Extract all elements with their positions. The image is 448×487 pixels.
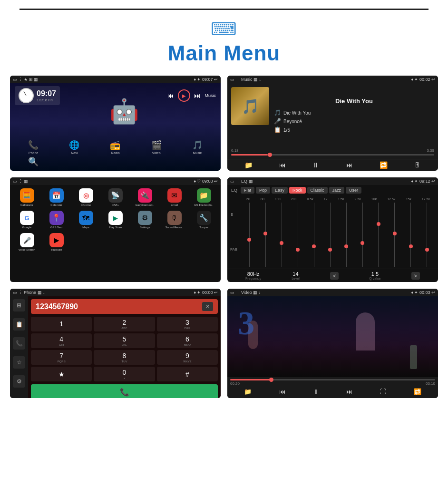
eq-tab-easy[interactable]: Easy <box>272 187 288 194</box>
video-prev-icon[interactable]: ⏮ <box>279 388 285 395</box>
app-soundrecorder[interactable]: 🎙 Sound Recor.. <box>160 209 188 230</box>
keypad-tab[interactable]: ⊞ <box>13 299 25 312</box>
key-9[interactable]: 9WXYZ <box>157 350 218 365</box>
screen-eq[interactable]: ▭ ⋮ EQ ▦ ♦ ✦ 09:12 ↩ EQ Flat Pop Easy Ro… <box>227 177 438 282</box>
video-pause-icon[interactable]: ⏸ <box>313 388 319 395</box>
eq-slider-4[interactable] <box>296 203 300 267</box>
video-bottom-bar: 00:20 03:10 📁 ⏮ ⏸ ⏭ ⛶ 🔁 <box>227 377 438 398</box>
eq-tab-pop[interactable]: Pop <box>256 187 270 194</box>
repeat-icon[interactable]: 🔁 <box>380 161 388 169</box>
eq-tab-jazz[interactable]: Jazz <box>329 187 345 194</box>
prev-track-icon[interactable]: ⏮ <box>279 161 286 169</box>
statusbar-music: ▭ ⋮ Music ▦ ↓ ♦ ✦ 00:02 ↩ <box>227 76 438 83</box>
favorites-tab[interactable]: ☆ <box>13 356 25 369</box>
app-gpstest[interactable]: 📍 GPS Test <box>42 209 70 230</box>
music-controls-bottom[interactable]: 📁 ⏮ ⏸ ⏭ 🔁 🎚 <box>227 159 438 171</box>
eq-slider-5[interactable] <box>312 203 316 267</box>
music-player-controls[interactable]: ⏮ ▶ ⏭ Music <box>167 89 216 102</box>
app-youtube[interactable]: ▶ YouTube <box>42 232 70 253</box>
video-fullscreen-icon[interactable]: ⛶ <box>380 388 386 395</box>
app-dab[interactable]: 📡 DAB+ <box>101 187 129 208</box>
key-4[interactable]: 4GHI <box>31 333 92 348</box>
key-1[interactable]: 1 <box>31 317 92 331</box>
app-torque[interactable]: 🔧 Torque <box>190 209 218 230</box>
key-5[interactable]: 5JKL <box>94 333 155 348</box>
eq-nav-right[interactable]: > <box>411 272 420 280</box>
key-8[interactable]: 8TUV <box>94 350 155 365</box>
search-icon: 🔍 <box>28 156 39 167</box>
key-0[interactable]: 0+ <box>94 367 155 381</box>
eq-tab-rock[interactable]: Rock <box>289 187 306 194</box>
recent-calls-tab[interactable]: 📞 <box>13 337 25 350</box>
eq-slider-1[interactable] <box>247 203 251 267</box>
music-progress[interactable]: 0:18 3:39 <box>227 147 438 159</box>
app-calendar[interactable]: 📅 Calendar <box>42 187 70 208</box>
key-star[interactable]: ★ <box>31 367 92 381</box>
video-progress-bar[interactable] <box>230 379 435 380</box>
video-controls[interactable]: 📁 ⏮ ⏸ ⏭ ⛶ 🔁 <box>230 387 435 396</box>
pause-icon[interactable]: ⏸ <box>312 161 319 169</box>
home-icon-search[interactable]: 🔍 <box>14 156 53 168</box>
screen-music[interactable]: ▭ ⋮ Music ▦ ↓ ♦ ✦ 00:02 ↩ 🎵 Die With You… <box>227 76 438 171</box>
folder-icon[interactable]: 📁 <box>244 161 253 169</box>
play-button[interactable]: ▶ <box>178 89 190 102</box>
screen-apps[interactable]: ▭ ⋮ ▦ ♦ ♡ 09:08 ↩ 🧮 Calculator 📅 Calenda… <box>10 177 221 282</box>
next-icon[interactable]: ⏭ <box>194 92 201 99</box>
next-track-icon[interactable]: ⏭ <box>346 161 353 169</box>
app-maps[interactable]: 🗺 Maps <box>72 209 100 230</box>
home-icon-music[interactable]: 🎵 Music <box>178 140 217 155</box>
app-voicesearch[interactable]: 🎤 Voice Search <box>13 232 41 253</box>
contacts-tab[interactable]: 📋 <box>13 318 25 331</box>
equalizer-icon[interactable]: 🎚 <box>414 161 421 169</box>
video-repeat-icon[interactable]: 🔁 <box>414 388 421 395</box>
app-email[interactable]: ✉ Email <box>160 187 188 208</box>
eq-slider-2[interactable] <box>263 203 267 267</box>
call-button[interactable]: 📞 <box>31 384 218 398</box>
app-playstore[interactable]: ▶ Play Store <box>101 209 129 230</box>
eq-slider-3[interactable] <box>280 203 283 267</box>
eq-tab-user[interactable]: User <box>346 187 361 194</box>
eq-tabs[interactable]: EQ Flat Pop Easy Rock Classic Jazz User <box>227 185 438 195</box>
home-icon-video[interactable]: 🎬 Video <box>137 140 176 155</box>
app-calculator[interactable]: 🧮 Calculator <box>13 187 41 208</box>
eq-slider-12[interactable] <box>425 203 429 267</box>
delete-button[interactable]: ✕ <box>202 302 213 311</box>
key-6[interactable]: 6MNO <box>157 333 218 348</box>
key-3[interactable]: 3DEF <box>157 317 218 331</box>
home-icon-radio[interactable]: 📻 Radio <box>96 140 135 155</box>
settings-tab[interactable]: ⚙ <box>13 375 25 388</box>
video-player: 3 <box>227 296 438 377</box>
eq-slider-11[interactable] <box>409 203 413 267</box>
eq-bottom-bar: 80Hz Frequency 14 Level < 1.5 Q value > <box>227 269 438 282</box>
music-song-name: Die With You <box>283 110 311 116</box>
eq-tab-classic[interactable]: Classic <box>307 187 328 194</box>
home-icon-phone[interactable]: 📞 Phone <box>14 140 53 155</box>
key-7[interactable]: 7PQRS <box>31 350 92 365</box>
eq-slider-7[interactable] <box>344 203 348 267</box>
app-google[interactable]: G Google <box>13 209 41 230</box>
video-progress-fill <box>230 379 271 380</box>
eq-nav-left[interactable]: < <box>330 272 339 280</box>
eq-slider-9[interactable] <box>377 203 380 267</box>
screen-phone[interactable]: ▭ ⋮ Phone ▦ ↓ ♦ ✦ 00:00 ↩ ⊞ 📋 📞 ☆ ⚙ 1234… <box>10 289 221 398</box>
eq-slider-10[interactable] <box>393 203 397 267</box>
maps-label: Maps <box>73 226 99 229</box>
key-2[interactable]: 2ABC <box>94 317 155 331</box>
video-folder-icon[interactable]: 📁 <box>244 388 252 395</box>
app-chrome[interactable]: ◎ Chrome <box>72 187 100 208</box>
progress-bar[interactable] <box>231 154 434 156</box>
app-settings[interactable]: ⚙ Settings <box>131 209 159 230</box>
prev-icon[interactable]: ⏮ <box>167 92 174 99</box>
home-icon-navi[interactable]: 🌐 Navi <box>55 140 94 155</box>
eq-tab-flat[interactable]: Flat <box>241 187 254 194</box>
app-esfile[interactable]: 📁 ES File Explo.. <box>190 187 218 208</box>
key-hash[interactable]: # <box>157 367 218 381</box>
eq-slider-6[interactable] <box>328 203 332 267</box>
eq-slider-8[interactable] <box>360 203 364 267</box>
screen-home[interactable]: ▭ ⋮ ★ ⊞ ▦ ♦ ✦ 09:07 ↩ 09:07 1/1/16 Fri ⏮… <box>10 76 221 171</box>
phone-label: Phone <box>29 151 38 155</box>
video-progress[interactable]: 00:20 03:10 <box>230 379 435 386</box>
screen-video[interactable]: ▭ ⋮ Video ▦ ↓ ♦ ✦ 00:03 ↩ 3 <box>227 289 438 398</box>
app-easyconnect[interactable]: 🔌 EasyConnect.. <box>131 187 159 208</box>
video-next-icon[interactable]: ⏭ <box>346 388 352 395</box>
